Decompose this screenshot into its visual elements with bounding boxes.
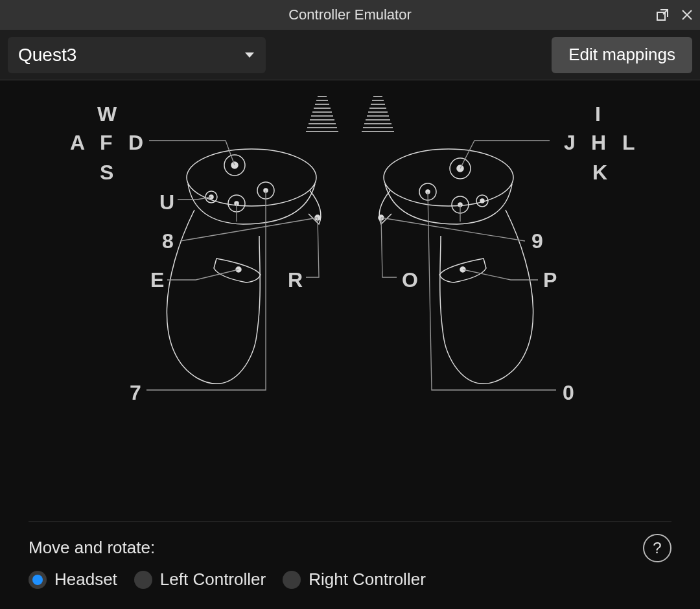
popout-icon[interactable] xyxy=(656,8,669,21)
key-left-thumb-left: A xyxy=(70,132,85,153)
device-selected: Quest3 xyxy=(18,45,76,65)
radio-dot-icon xyxy=(29,571,47,589)
toolbar: Quest3 Edit mappings xyxy=(0,30,700,80)
radio-headset[interactable]: Headset xyxy=(29,569,117,590)
key-right-b: O xyxy=(402,270,418,290)
radio-right-controller[interactable]: Right Controller xyxy=(283,569,426,590)
titlebar: Controller Emulator xyxy=(0,0,700,30)
key-right-thumb-right: L xyxy=(622,132,635,153)
key-left-thumb-down: S xyxy=(100,162,113,183)
key-right-thumb-click: H xyxy=(591,132,606,153)
key-right-thumb-up: I xyxy=(595,104,601,124)
key-left-y: R xyxy=(288,270,303,290)
window-title: Controller Emulator xyxy=(0,6,700,23)
titlebar-controls xyxy=(656,0,694,30)
key-right-a: 0 xyxy=(563,382,574,403)
stage: W A F D S U 8 E R 7 I J H L K 9 O P 0 xyxy=(0,80,700,509)
key-left-x: 7 xyxy=(130,382,141,403)
device-dropdown[interactable]: Quest3 xyxy=(8,37,266,73)
radio-right-label: Right Controller xyxy=(309,569,426,590)
key-left-grip: E xyxy=(150,270,164,290)
move-rotate-label: Move and rotate: xyxy=(29,538,671,558)
key-left-menu: U xyxy=(159,192,174,213)
chevron-down-icon xyxy=(245,52,254,58)
close-icon[interactable] xyxy=(681,8,694,21)
key-right-grip: P xyxy=(543,270,557,290)
svg-point-32 xyxy=(384,149,513,206)
move-rotate-radio-group: Headset Left Controller Right Controller xyxy=(29,569,671,590)
key-left-thumb-click: F xyxy=(100,132,113,153)
key-left-thumb-up: W xyxy=(97,104,117,124)
radio-left-controller[interactable]: Left Controller xyxy=(134,569,266,590)
key-left-trigger: 8 xyxy=(162,231,174,251)
edit-mappings-button[interactable]: Edit mappings xyxy=(552,37,692,73)
key-right-trigger: 9 xyxy=(531,231,543,251)
footer: Move and rotate: Headset Left Controller… xyxy=(29,522,671,590)
radio-left-label: Left Controller xyxy=(160,569,266,590)
radio-headset-label: Headset xyxy=(54,569,117,590)
key-left-thumb-right: D xyxy=(128,132,143,153)
help-button[interactable]: ? xyxy=(643,534,671,562)
radio-dot-icon xyxy=(134,571,152,589)
key-right-thumb-down: K xyxy=(592,162,607,183)
radio-dot-icon xyxy=(283,571,301,589)
svg-point-40 xyxy=(480,199,484,203)
key-right-thumb-left: J xyxy=(564,132,576,153)
footer-divider xyxy=(29,522,671,522)
